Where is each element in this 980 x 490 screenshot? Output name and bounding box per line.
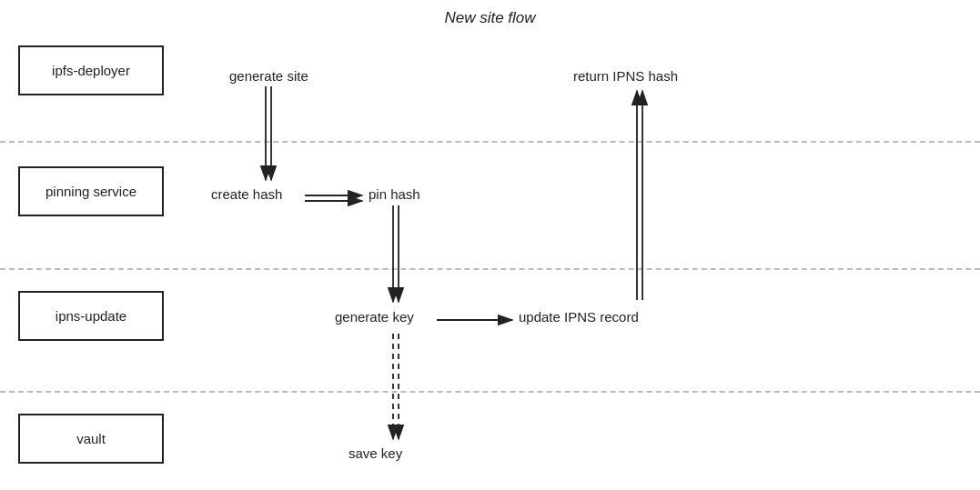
step-return-ipns: return IPNS hash <box>573 68 678 84</box>
step-create-hash: create hash <box>211 186 282 202</box>
actor-ipns-update: ipns-update <box>18 291 164 341</box>
actor-vault: vault <box>18 414 164 464</box>
lane-divider-3 <box>0 391 980 393</box>
diagram-title: New site flow <box>444 9 535 27</box>
step-generate-key: generate key <box>335 309 414 325</box>
step-generate-site: generate site <box>229 68 308 84</box>
step-update-ipns: update IPNS record <box>519 309 639 325</box>
diagram-container: New site flow ipfs-deployer pinning serv… <box>0 0 980 490</box>
step-pin-hash: pin hash <box>369 186 420 202</box>
actor-pinning-service: pinning service <box>18 166 164 216</box>
lane-divider-2 <box>0 268 980 270</box>
actor-ipfs-deployer: ipfs-deployer <box>18 45 164 95</box>
step-save-key: save key <box>349 445 402 461</box>
lane-divider-1 <box>0 141 980 143</box>
